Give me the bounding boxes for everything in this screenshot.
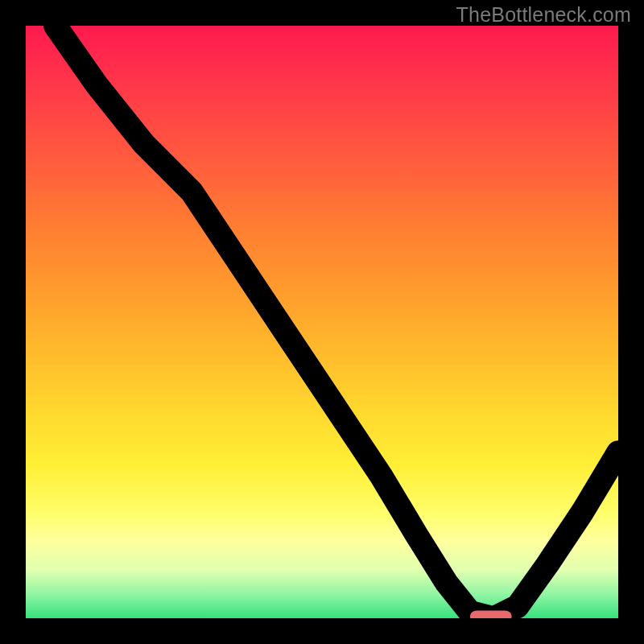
bottleneck-curve xyxy=(56,26,618,618)
optimal-range-marker xyxy=(470,610,512,618)
chart-frame: TheBottleneck.com xyxy=(0,0,644,644)
plot-area xyxy=(26,26,618,618)
watermark-text: TheBottleneck.com xyxy=(456,3,631,27)
chart-overlay xyxy=(26,26,618,618)
